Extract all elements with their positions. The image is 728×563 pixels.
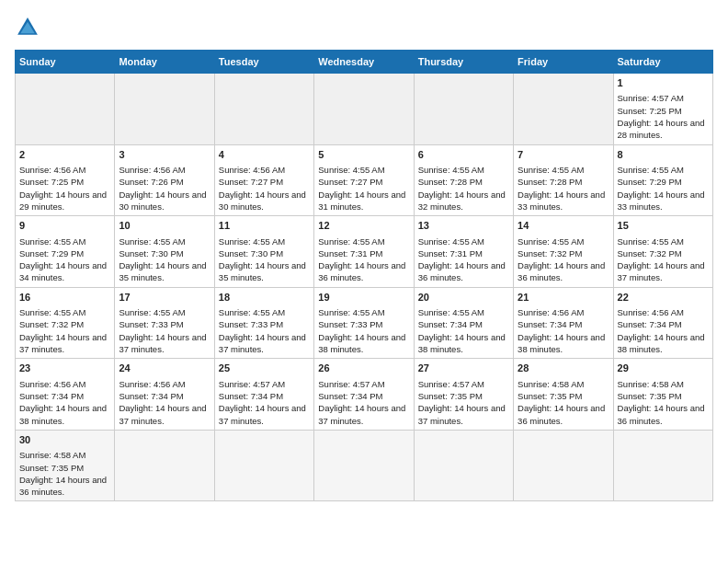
day-info: Sunset: 7:33 PM xyxy=(318,318,409,330)
day-info: Sunrise: 4:55 AM xyxy=(318,306,409,318)
day-info: Sunset: 7:32 PM xyxy=(19,318,110,330)
day-info: Sunset: 7:35 PM xyxy=(618,390,709,402)
calendar-body: 1Sunrise: 4:57 AMSunset: 7:25 PMDaylight… xyxy=(16,74,713,501)
day-number: 1 xyxy=(618,76,709,90)
day-info: Sunrise: 4:57 AM xyxy=(618,92,709,104)
day-info: Sunrise: 4:56 AM xyxy=(219,164,310,176)
day-number: 11 xyxy=(219,219,310,233)
day-info: Sunrise: 4:55 AM xyxy=(618,236,709,247)
day-info: Daylight: 14 hours and 38 minutes. xyxy=(318,331,409,356)
day-number: 10 xyxy=(119,219,210,233)
day-info: Sunrise: 4:58 AM xyxy=(518,378,609,390)
day-info: Sunset: 7:27 PM xyxy=(219,176,310,188)
day-number: 9 xyxy=(19,219,110,233)
day-info: Sunset: 7:33 PM xyxy=(219,318,310,330)
day-number: 23 xyxy=(19,362,110,375)
day-info: Sunset: 7:29 PM xyxy=(618,176,709,188)
page-header xyxy=(15,15,713,40)
calendar-cell: 23Sunrise: 4:56 AMSunset: 7:34 PMDayligh… xyxy=(16,359,115,431)
day-info: Daylight: 14 hours and 37 minutes. xyxy=(219,402,310,427)
day-info: Sunrise: 4:55 AM xyxy=(219,306,310,318)
day-number: 21 xyxy=(518,291,609,304)
day-info: Sunset: 7:30 PM xyxy=(119,247,210,259)
day-number: 3 xyxy=(119,148,210,162)
calendar-week-1: 1Sunrise: 4:57 AMSunset: 7:25 PMDaylight… xyxy=(16,74,713,145)
day-info: Sunset: 7:35 PM xyxy=(418,390,509,402)
day-number: 27 xyxy=(418,362,509,375)
day-info: Daylight: 14 hours and 28 minutes. xyxy=(618,117,709,142)
day-info: Daylight: 14 hours and 38 minutes. xyxy=(19,402,110,427)
day-info: Daylight: 14 hours and 37 minutes. xyxy=(418,402,509,427)
calendar-table: SundayMondayTuesdayWednesdayThursdayFrid… xyxy=(15,50,713,501)
day-info: Sunrise: 4:57 AM xyxy=(318,378,409,390)
day-info: Daylight: 14 hours and 35 minutes. xyxy=(119,259,210,284)
day-info: Sunrise: 4:55 AM xyxy=(19,306,110,318)
day-number: 15 xyxy=(618,219,709,233)
calendar-week-3: 9Sunrise: 4:55 AMSunset: 7:29 PMDaylight… xyxy=(16,216,713,288)
calendar-cell: 14Sunrise: 4:55 AMSunset: 7:32 PMDayligh… xyxy=(514,216,613,288)
day-number: 6 xyxy=(418,148,509,162)
calendar-cell: 24Sunrise: 4:56 AMSunset: 7:34 PMDayligh… xyxy=(115,359,214,431)
day-info: Sunrise: 4:55 AM xyxy=(418,306,509,318)
calendar-cell: 7Sunrise: 4:55 AMSunset: 7:28 PMDaylight… xyxy=(514,144,613,216)
day-number: 18 xyxy=(219,291,310,304)
day-info: Sunrise: 4:57 AM xyxy=(219,378,310,390)
day-info: Sunrise: 4:58 AM xyxy=(618,378,709,390)
calendar-cell xyxy=(115,430,214,501)
day-info: Daylight: 14 hours and 37 minutes. xyxy=(19,331,110,356)
calendar-cell: 2Sunrise: 4:56 AMSunset: 7:25 PMDaylight… xyxy=(16,144,115,216)
weekday-thursday: Thursday xyxy=(414,51,513,74)
calendar-cell xyxy=(214,430,313,501)
day-info: Daylight: 14 hours and 30 minutes. xyxy=(119,189,210,213)
day-info: Daylight: 14 hours and 33 minutes. xyxy=(518,189,609,213)
day-info: Sunset: 7:31 PM xyxy=(318,247,409,259)
day-number: 22 xyxy=(618,291,709,304)
calendar-cell xyxy=(16,74,115,145)
calendar-cell: 25Sunrise: 4:57 AMSunset: 7:34 PMDayligh… xyxy=(214,359,313,431)
day-number: 14 xyxy=(518,219,609,233)
calendar-cell: 26Sunrise: 4:57 AMSunset: 7:34 PMDayligh… xyxy=(314,359,414,431)
day-info: Sunset: 7:34 PM xyxy=(418,318,509,330)
calendar-cell: 21Sunrise: 4:56 AMSunset: 7:34 PMDayligh… xyxy=(514,287,613,359)
day-info: Daylight: 14 hours and 38 minutes. xyxy=(618,331,709,356)
day-info: Sunset: 7:26 PM xyxy=(119,176,210,188)
calendar-cell: 16Sunrise: 4:55 AMSunset: 7:32 PMDayligh… xyxy=(16,287,115,359)
calendar-week-6: 30Sunrise: 4:58 AMSunset: 7:35 PMDayligh… xyxy=(16,430,713,501)
day-info: Sunrise: 4:58 AM xyxy=(19,449,110,461)
day-info: Sunrise: 4:55 AM xyxy=(318,164,409,176)
weekday-wednesday: Wednesday xyxy=(314,51,414,74)
day-info: Sunset: 7:27 PM xyxy=(318,176,409,188)
day-info: Sunset: 7:34 PM xyxy=(518,318,609,330)
day-number: 5 xyxy=(318,148,409,162)
day-number: 16 xyxy=(19,291,110,304)
day-info: Daylight: 14 hours and 36 minutes. xyxy=(618,402,709,427)
weekday-sunday: Sunday xyxy=(16,51,115,74)
day-info: Sunrise: 4:56 AM xyxy=(518,306,609,318)
calendar-cell xyxy=(115,74,214,145)
day-info: Sunrise: 4:57 AM xyxy=(418,378,509,390)
day-info: Sunset: 7:31 PM xyxy=(418,247,509,259)
day-number: 24 xyxy=(119,362,210,375)
day-info: Daylight: 14 hours and 30 minutes. xyxy=(219,189,310,213)
day-info: Daylight: 14 hours and 32 minutes. xyxy=(418,189,509,213)
day-number: 12 xyxy=(318,219,409,233)
day-number: 29 xyxy=(618,362,709,375)
calendar-cell: 8Sunrise: 4:55 AMSunset: 7:29 PMDaylight… xyxy=(613,144,712,216)
day-number: 13 xyxy=(418,219,509,233)
day-number: 2 xyxy=(19,148,110,162)
day-info: Sunrise: 4:55 AM xyxy=(518,236,609,247)
calendar-cell: 11Sunrise: 4:55 AMSunset: 7:30 PMDayligh… xyxy=(214,216,313,288)
day-info: Sunrise: 4:56 AM xyxy=(19,378,110,390)
day-info: Daylight: 14 hours and 37 minutes. xyxy=(119,402,210,427)
calendar-cell: 15Sunrise: 4:55 AMSunset: 7:32 PMDayligh… xyxy=(613,216,712,288)
day-info: Daylight: 14 hours and 36 minutes. xyxy=(19,474,110,499)
day-info: Sunset: 7:35 PM xyxy=(19,462,110,474)
day-number: 26 xyxy=(318,362,409,375)
calendar-cell xyxy=(414,74,513,145)
calendar-cell: 5Sunrise: 4:55 AMSunset: 7:27 PMDaylight… xyxy=(314,144,414,216)
day-info: Sunset: 7:32 PM xyxy=(518,247,609,259)
calendar-cell xyxy=(314,430,414,501)
calendar-cell: 1Sunrise: 4:57 AMSunset: 7:25 PMDaylight… xyxy=(613,74,712,145)
day-info: Sunrise: 4:55 AM xyxy=(19,236,110,247)
calendar-cell xyxy=(414,430,513,501)
